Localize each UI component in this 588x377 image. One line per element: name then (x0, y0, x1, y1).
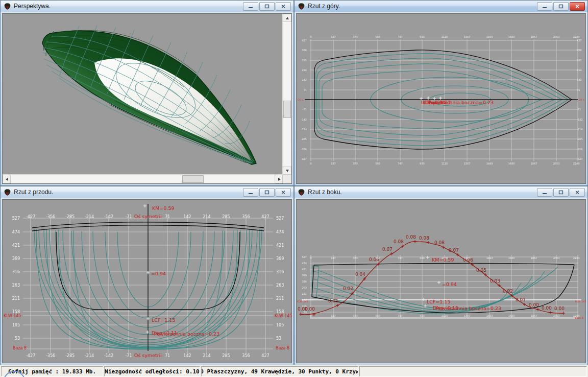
side-view-plot[interactable]: 0.000.000.010.020.040.060.070.080.080.08… (297, 200, 586, 363)
scroll-down-button[interactable] (283, 167, 291, 175)
minimize-button[interactable] (537, 2, 552, 11)
maximize-button[interactable] (259, 188, 275, 197)
status-empty (359, 366, 587, 376)
maximize-button[interactable] (259, 2, 275, 11)
klw-label-left: KLW 145 (297, 300, 308, 303)
vertical-scroll-thumb[interactable] (283, 101, 291, 118)
close-button[interactable] (570, 2, 585, 11)
x-tick: 285 (222, 354, 230, 358)
window-title: Perspektywa. (14, 3, 51, 10)
scroll-right-button[interactable] (275, 175, 283, 183)
breadth-tick: -71 (303, 108, 307, 111)
y-tick: 263 (12, 283, 20, 288)
station-tick: 560 (375, 256, 380, 260)
y-tick: 316 (12, 270, 20, 274)
scroll-left-button[interactable] (3, 175, 11, 183)
status-bar: Cofnij pamięć : 19.833 Mb. Niezgodność o… (0, 365, 588, 377)
horizontal-scrollbar[interactable] (3, 174, 283, 183)
km-label: KM=0.59 (432, 257, 454, 263)
area-value-label: 0.08 (434, 240, 445, 245)
station-tick: 373 (353, 35, 358, 38)
close-button[interactable] (276, 2, 291, 11)
breadth-tick: -427 (301, 157, 307, 160)
vertical-scrollbar[interactable] (282, 14, 291, 175)
scroll-up-button[interactable] (283, 14, 291, 22)
y-tick: 53 (15, 336, 20, 341)
station-tick: 2240 (573, 35, 580, 38)
station-tick: 187 (331, 256, 336, 260)
area-value-label: 0.00 (529, 302, 539, 308)
minimize-button[interactable] (243, 188, 258, 197)
station-tick: 933 (420, 35, 425, 38)
breadth-tick: 285 (302, 59, 307, 62)
height-ticks-left: 52747442136931626321115810553 (302, 255, 307, 314)
maximize-button[interactable] (553, 2, 569, 11)
station-tick: 933 (420, 256, 425, 260)
titlebar-perspective[interactable]: Perspektywa. (1, 1, 293, 12)
minimize-icon (248, 4, 253, 9)
height-tick: 211 (302, 292, 307, 295)
station-tick: 0 (310, 162, 311, 165)
close-button[interactable] (570, 188, 585, 197)
close-icon (281, 190, 286, 195)
y-tick: 474 (12, 230, 20, 234)
height-tick: 369 (302, 274, 307, 277)
vcb-label: =0.94 (151, 271, 166, 276)
top-view-plot[interactable]: 0187373560747933112013071493168018672053… (297, 14, 586, 183)
x-tick: -214 (85, 354, 94, 358)
x-tick: 142 (183, 354, 191, 358)
x-tick: 71 (165, 215, 170, 219)
x-tick: -356 (46, 215, 55, 219)
area-value-label: 0.08 (419, 235, 429, 241)
side-area-label: Powierzchnia boczna=0.23 (154, 331, 219, 337)
perspective-3d-view[interactable] (3, 14, 283, 174)
station-tick: 1493 (486, 162, 493, 165)
height-tick: 263 (302, 286, 307, 289)
station-tick: 1867 (531, 35, 537, 38)
side-view-canvas-area: 0.000.000.010.020.040.060.070.080.080.08… (296, 199, 586, 363)
front-view-plot[interactable]: -427-356-285-214-142-7171142214285356427… (3, 200, 292, 363)
minimize-button[interactable] (537, 188, 552, 197)
height-tick: 527 (302, 255, 307, 258)
status-mismatch: Niezgodność odległości: 0.10 (104, 366, 200, 376)
area-value-label: 0.02 (503, 289, 513, 294)
scrollbar-corner (283, 175, 291, 183)
window-perspective: Perspektywa. (0, 0, 294, 186)
x-tick: -285 (65, 215, 75, 219)
base-label-left: Baza 8 (13, 346, 27, 350)
area-value-label: 0.05 (476, 268, 486, 273)
station-tick: 560 (375, 314, 380, 317)
minimize-icon (542, 4, 547, 9)
titlebar-front-view[interactable]: Rzut z przodu. (1, 186, 293, 198)
window-title: Rzut z boku. (308, 188, 342, 196)
horizontal-scroll-thumb[interactable] (182, 175, 204, 183)
hull-icon (4, 188, 11, 196)
symmetry-axis-label-bottom: Oś symetrii (134, 352, 162, 358)
breadth-tick: 427 (302, 39, 307, 42)
area-value-label: 0.07 (449, 248, 459, 253)
x-tick: -427 (26, 354, 35, 358)
station-tick: 1120 (442, 314, 448, 317)
titlebar-side-view[interactable]: Rzut z boku. (295, 186, 587, 198)
close-button[interactable] (276, 188, 291, 197)
station-ticks-bottom: 0187373560747933112013071493168018672053… (310, 162, 579, 165)
station-tick: 0 (310, 314, 311, 317)
station-tick: 1680 (508, 162, 515, 165)
maximize-button[interactable] (553, 188, 569, 197)
top-view-canvas-area: 0187373560747933112013071493168018672053… (296, 13, 586, 184)
height-tick: 105 (302, 304, 307, 308)
x-tick: -285 (65, 354, 75, 358)
minimize-button[interactable] (243, 2, 258, 11)
station-tick: 1493 (486, 35, 493, 38)
window-title: Rzut z przodu. (14, 188, 53, 196)
annotation-markers (143, 204, 150, 334)
breadth-tick: 356 (577, 49, 582, 52)
titlebar-top-view[interactable]: Rzut z góry. (295, 1, 587, 12)
station-tick: 0 (310, 256, 311, 260)
y-ticks-right: 52747442136931626321115810553 (276, 216, 284, 341)
breadth-tick: -356 (577, 148, 582, 151)
area-value-label: 0.01 (516, 297, 526, 302)
x-tick: 214 (203, 354, 210, 358)
restore-icon (264, 190, 270, 195)
minimize-icon (248, 190, 253, 195)
